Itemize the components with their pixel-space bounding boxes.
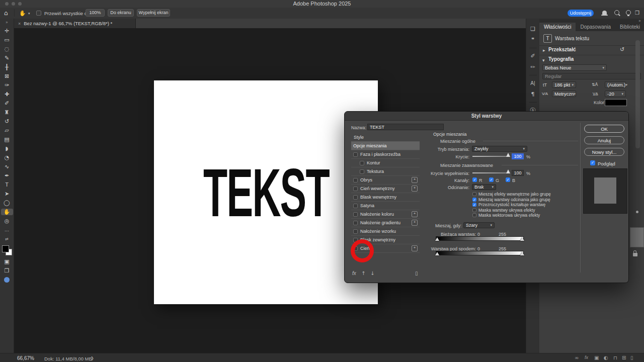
workspace-icon[interactable]: ❐ [635,10,639,16]
font-size-select[interactable]: 186 pkt ▾ [552,81,576,88]
leading-select[interactable]: (Autom.) ▾ [605,81,626,88]
transparency-shapes-row[interactable]: ✓ Przezroczystość kształtuje warstwę [472,202,551,208]
gradient-thumb-left[interactable] [435,252,439,255]
this-layer-gradient[interactable] [436,236,524,241]
frame-tool[interactable]: ⊠ [1,73,13,79]
quick-mask-icon[interactable]: ▣ [1,258,13,265]
dodge-tool[interactable]: ◔ [1,154,13,161]
tab-properties[interactable]: Właściwości [539,23,576,31]
delete-layer-icon[interactable]: ▯ [630,355,633,360]
zoom-100-button[interactable]: 100% [86,9,105,17]
opacity-value[interactable]: 100 [512,153,524,159]
window-close-dot[interactable] [5,2,9,6]
eyedropper-tool[interactable]: ✑ [1,82,13,88]
move-down-icon[interactable]: ↓ [370,270,374,276]
color-swatches[interactable] [2,245,13,256]
slider-thumb[interactable] [506,169,510,173]
style-item-satin[interactable]: Satyna [351,202,420,210]
status-chevron-icon[interactable]: ❯ [91,356,94,360]
slider-thumb[interactable] [506,153,510,157]
gradient-thumb-right[interactable] [520,237,524,241]
fill-screen-button[interactable]: Wypełnij ekran [137,9,170,17]
tab-libraries[interactable]: Biblioteki [615,23,644,31]
typography-disclosure-icon[interactable]: ▾ [542,58,545,63]
crop-tool[interactable]: ╂ [1,64,13,70]
screen-mode-icon[interactable]: ❐ [1,267,13,274]
tool-options-caret-icon[interactable]: ▾ [28,12,30,16]
opacity-slider[interactable] [472,153,510,159]
gradient-thumb-left[interactable] [435,237,439,241]
name-input[interactable]: TEKST [367,124,444,130]
layer-thumbnail[interactable] [630,227,644,247]
blend-mode-select[interactable]: Zwykły ▾ [472,146,527,152]
blend-interior-row[interactable]: Mieszaj efekty wewnętrzne jako grupę [472,192,551,197]
text-color-swatch[interactable] [605,99,627,106]
transform-disclosure-icon[interactable]: ▸ [543,48,545,53]
style-checkbox[interactable] [360,161,364,165]
move-tool[interactable]: ✛ [1,28,13,34]
marquee-tool[interactable]: ▭ [1,37,13,43]
ok-button[interactable]: OK [584,125,624,133]
kerning-select[interactable]: Metryczn ▾ [552,90,576,97]
channel-g-checkbox[interactable]: ✓ [489,177,494,182]
gradient-thumb-right[interactable] [520,252,524,255]
path-selection-tool[interactable]: ➤ [1,191,13,197]
zoom-level[interactable]: 66,67% [17,355,34,361]
font-family-select[interactable]: Bebas Neue ▾ [542,64,607,71]
fx-icon[interactable]: fx [352,270,356,276]
channel-b-checkbox[interactable]: ✓ [506,177,510,182]
lasso-tool[interactable]: ◌ [1,46,13,52]
reset-icon[interactable]: ↺ [620,46,624,53]
new-layer-icon[interactable]: ⊞ [622,355,626,360]
notifications-bell-icon[interactable] [602,11,607,15]
fit-screen-button[interactable]: Do ekranu [108,9,134,17]
history-panel-icon[interactable]: ❏ [530,26,535,32]
hand-tool-icon[interactable]: ✋ [19,10,26,17]
edit-in-app-icon[interactable] [1,277,13,283]
blur-tool[interactable]: ◗ [1,145,13,152]
window-zoom-dot[interactable] [18,2,22,6]
add-instance-button[interactable]: + [412,220,418,226]
style-checkbox[interactable] [353,187,358,191]
brushes-panel-icon[interactable]: ✏ [530,64,535,70]
smudge-tool[interactable]: ∿ [1,163,13,170]
discover-lightbulb-icon[interactable] [626,10,631,15]
new-group-icon[interactable]: ⊓ [613,355,617,360]
blend-clipped-row[interactable]: ✓ Mieszaj warstwy odcinania jako grupę [472,197,551,203]
scroll-all-windows-checkbox[interactable] [36,11,41,16]
adjustment-layer-icon[interactable]: ◐ [604,355,608,360]
tracking-select[interactable]: -20 ▾ [605,90,626,97]
character-panel-icon[interactable]: A| [530,80,535,86]
cancel-button[interactable]: Anuluj [584,136,624,144]
channel-r-checkbox[interactable]: ✓ [472,177,477,182]
gradient-tool[interactable]: ▤ [1,136,13,143]
styles-header[interactable]: Style [351,134,420,142]
style-item-inner-glow[interactable]: Blask wewnętrzny [351,193,420,202]
style-item-gradient-overlay[interactable]: Nałożenie gradientu + [351,219,420,227]
toolbar-collapse-icon[interactable]: » [6,20,8,25]
font-style-select[interactable]: Regular [542,73,641,79]
blend-if-select[interactable]: Szary ▾ [463,222,495,228]
preview-checkbox[interactable]: ✓ [590,160,595,165]
brush-tool[interactable]: ✐ [1,100,13,107]
foreground-color-swatch[interactable] [2,245,9,252]
share-button[interactable]: Udostępnij [568,10,594,17]
quick-selection-tool[interactable]: ✎ [1,55,13,61]
panel-scrollbar[interactable] [635,40,640,148]
hand-tool[interactable]: ✋ [1,209,13,215]
style-checkbox[interactable] [353,204,358,208]
link-layers-icon[interactable]: ∞ [575,355,579,360]
underlying-gradient[interactable] [436,251,524,255]
eraser-tool[interactable]: ▱ [1,127,13,134]
layer-mask-hides-row[interactable]: Maska warstwy ukrywa efekty [472,208,551,213]
type-tool[interactable]: T [1,182,13,188]
checkbox[interactable]: ✓ [472,198,476,202]
swap-colors-icon[interactable]: ⇄ [1,236,13,242]
paragraph-panel-icon[interactable]: ¶ [531,91,535,98]
window-minimize-dot[interactable] [12,2,15,6]
spot-healing-tool[interactable]: ✚ [1,91,13,98]
shape-tool[interactable]: ◯ [1,200,13,206]
home-icon[interactable]: ⌂ [4,10,8,17]
delete-effect-icon[interactable]: ▯ [415,270,418,276]
style-checkbox[interactable] [353,229,358,234]
